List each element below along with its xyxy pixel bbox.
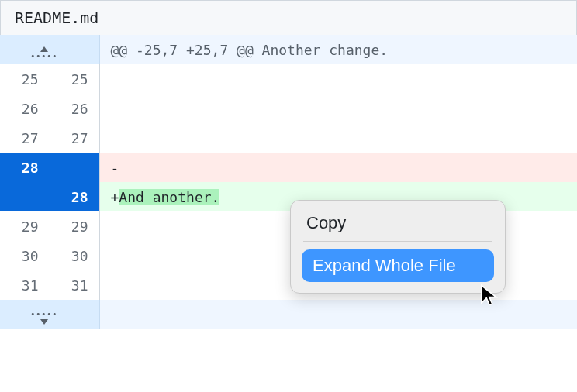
expand-down-spacer [99, 300, 577, 329]
diff-line-content [99, 123, 577, 153]
old-line-number[interactable]: 26 [0, 94, 50, 123]
diff-marker: - [111, 160, 119, 176]
diff-marker: + [111, 189, 119, 205]
old-line-number[interactable] [0, 182, 50, 211]
new-line-number[interactable]: 29 [50, 211, 99, 241]
new-line-number[interactable]: 30 [50, 241, 99, 270]
hunk-header-row: ••••• @@ -25,7 +25,7 @@ Another change. [0, 35, 577, 64]
menu-divider [303, 241, 492, 242]
new-line-number[interactable]: 27 [50, 123, 99, 153]
diff-row: 27 27 [0, 123, 577, 153]
new-line-number[interactable]: 31 [50, 270, 99, 300]
diff-row: 26 26 [0, 94, 577, 123]
expand-up-cell[interactable]: ••••• [0, 35, 99, 64]
new-line-number[interactable]: 28 [50, 182, 99, 211]
file-name: README.md [15, 9, 98, 27]
expand-down-icon: ••••• [30, 312, 57, 325]
hunk-header-text: @@ -25,7 +25,7 @@ Another change. [99, 35, 577, 64]
old-line-number[interactable]: 25 [0, 64, 50, 94]
diff-row: 25 25 [0, 64, 577, 94]
diff-row-deletion: 28 - [0, 153, 577, 182]
diff-line-content: - [99, 153, 577, 182]
menu-item-expand-whole-file[interactable]: Expand Whole File [302, 249, 494, 282]
old-line-number[interactable]: 31 [0, 270, 50, 300]
context-menu: Copy Expand Whole File [290, 200, 506, 294]
diff-line-content [99, 64, 577, 94]
file-header[interactable]: README.md [0, 0, 577, 35]
new-line-number[interactable] [50, 153, 99, 182]
old-line-number[interactable]: 30 [0, 241, 50, 270]
menu-item-copy[interactable]: Copy [302, 210, 494, 241]
expand-down-row: ••••• [0, 300, 577, 329]
old-line-number[interactable]: 27 [0, 123, 50, 153]
expand-down-cell[interactable]: ••••• [0, 300, 99, 329]
old-line-number[interactable]: 29 [0, 211, 50, 241]
old-line-number[interactable]: 28 [0, 153, 50, 182]
new-line-number[interactable]: 25 [50, 64, 99, 94]
expand-up-icon: ••••• [30, 46, 57, 59]
added-text: And another. [119, 189, 219, 205]
new-line-number[interactable]: 26 [50, 94, 99, 123]
diff-line-content [99, 94, 577, 123]
